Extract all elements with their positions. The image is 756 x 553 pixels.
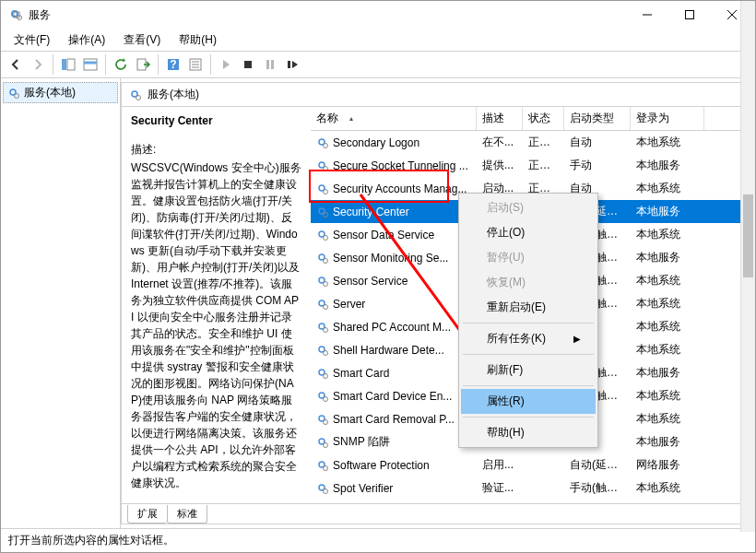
cell-name: Secure Socket Tunneling ... [311, 156, 477, 176]
gear-icon [316, 229, 329, 241]
service-row[interactable]: Spot Verifier验证...手动(触发...本地系统 [311, 477, 750, 500]
cell-desc: 验证... [477, 477, 523, 500]
gear-icon [316, 413, 329, 426]
gear-icon [129, 88, 142, 101]
ctx-restart[interactable]: 重新启动(E) [461, 295, 596, 320]
ctx-all-tasks[interactable]: 所有任务(K)▶ [461, 326, 596, 351]
cell-logon: 本地系统 [631, 131, 704, 154]
right-pane-header: 服务(本地) [122, 83, 750, 107]
nav-back-button[interactable] [5, 53, 27, 76]
svg-point-30 [324, 212, 328, 217]
gear-icon [316, 136, 329, 149]
cell-status [523, 462, 564, 469]
cell-start: 手动(触发... [564, 477, 631, 500]
scrollbar-thumb[interactable] [743, 194, 753, 277]
svg-rect-18 [288, 61, 290, 68]
col-header-name[interactable]: 名称▴ [311, 107, 477, 130]
menu-separator [463, 354, 594, 355]
svg-point-50 [324, 442, 328, 447]
toolbar-separator [158, 54, 159, 75]
col-header-status[interactable]: 状态 [523, 107, 564, 130]
svg-text:?: ? [170, 58, 176, 71]
menu-help[interactable]: 帮助(H) [170, 29, 226, 51]
cell-name: SNMP 陷阱 [311, 430, 477, 453]
cell-logon: 本地服务 [631, 154, 704, 177]
right-pane-title: 服务(本地) [148, 87, 199, 102]
view-tabs: 扩展 标准 [122, 503, 750, 524]
gear-icon [7, 87, 20, 100]
svc-restart-button[interactable] [281, 53, 303, 76]
svg-point-52 [324, 465, 328, 470]
minimize-button[interactable] [626, 1, 668, 29]
description-text: WSCSVC(Windows 安全中心)服务监视并报告计算机上的安全健康设置。健… [131, 159, 301, 491]
svg-point-26 [324, 166, 328, 171]
gear-icon [316, 436, 329, 449]
ctx-start[interactable]: 启动(S) [461, 195, 596, 220]
tab-standard[interactable]: 标准 [167, 505, 207, 524]
ctx-resume[interactable]: 恢复(M) [461, 270, 596, 295]
service-row[interactable]: Software Protection启用...自动(延迟...网络服务 [311, 453, 750, 477]
ctx-refresh[interactable]: 刷新(F) [461, 358, 596, 382]
cell-name: Sensor Monitoring Se... [311, 248, 477, 268]
cell-name: Spot Verifier [311, 478, 477, 499]
sort-asc-icon: ▴ [349, 114, 353, 123]
tree-root-item[interactable]: 服务(本地) [3, 82, 118, 103]
svc-start-button[interactable] [215, 53, 237, 76]
menu-action[interactable]: 操作(A) [59, 29, 114, 51]
ctx-properties[interactable]: 属性(R) [461, 389, 596, 414]
cell-logon: 本地系统 [631, 177, 704, 200]
col-header-start[interactable]: 启动类型 [564, 107, 631, 130]
svc-stop-button[interactable] [237, 53, 259, 76]
gear-icon [316, 159, 329, 172]
show-hide-tree-button[interactable] [57, 53, 79, 76]
menu-view[interactable]: 查看(V) [114, 29, 170, 51]
vertical-scrollbar[interactable] [740, 1, 755, 532]
refresh-button[interactable] [110, 53, 132, 76]
gear-icon [316, 182, 329, 195]
selected-service-title: Security Center [131, 114, 301, 127]
cell-logon: 本地服务 [631, 200, 704, 223]
svg-point-54 [324, 488, 328, 493]
svg-point-24 [324, 143, 328, 147]
gear-icon [316, 390, 329, 403]
list-header: 名称▴ 描述 状态 启动类型 登录为 [311, 107, 750, 131]
cell-status: 正在... [523, 131, 564, 154]
cell-desc: 提供... [477, 154, 523, 177]
menu-file[interactable]: 文件(F) [5, 29, 59, 51]
export-button[interactable] [132, 53, 154, 76]
cell-logon: 本地系统 [631, 477, 704, 500]
cell-name: Shared PC Account M... [311, 317, 477, 337]
svc-pause-button[interactable] [259, 53, 281, 76]
service-row[interactable]: Secondary Logon在不...正在...自动本地系统 [311, 131, 750, 154]
gear-icon [316, 206, 329, 218]
col-header-desc[interactable]: 描述 [477, 107, 523, 130]
cell-name: Sensor Data Service [311, 225, 477, 245]
col-header-logon[interactable]: 登录为 [631, 107, 704, 130]
statusbar: 打开当前所选内容的属性对话框。 [1, 528, 755, 552]
tab-extended[interactable]: 扩展 [127, 505, 167, 524]
help-button[interactable]: ? [162, 53, 184, 76]
gear-icon [316, 459, 329, 472]
toolbar-separator [210, 54, 211, 75]
service-row[interactable]: Secure Socket Tunneling ...提供...正在...手动本… [311, 154, 750, 177]
svg-point-32 [324, 235, 328, 240]
gear-icon [316, 252, 329, 265]
ctx-stop[interactable]: 停止(O) [461, 220, 596, 245]
cell-start: 自动 [564, 131, 631, 154]
svg-rect-6 [84, 59, 97, 70]
svg-point-46 [324, 396, 328, 401]
svg-point-44 [324, 373, 328, 378]
nav-forward-button[interactable] [27, 53, 49, 76]
ctx-pause[interactable]: 暂停(U) [461, 245, 596, 270]
maximize-button[interactable] [668, 1, 711, 29]
show-hide-action-button[interactable] [79, 53, 101, 76]
cell-name: Smart Card Removal P... [311, 409, 477, 429]
right-pane: 服务(本地) Security Center 描述: WSCSVC(Window… [121, 82, 751, 524]
ctx-help[interactable]: 帮助(H) [461, 420, 596, 445]
cell-status: 正在... [523, 500, 564, 503]
cell-logon: 网络服务 [631, 453, 704, 477]
properties-button[interactable] [184, 53, 207, 76]
service-row[interactable]: SSDP Discovery当发...正在...手动本地服务 [311, 500, 750, 503]
svg-point-20 [15, 93, 19, 98]
svg-point-40 [324, 327, 328, 332]
